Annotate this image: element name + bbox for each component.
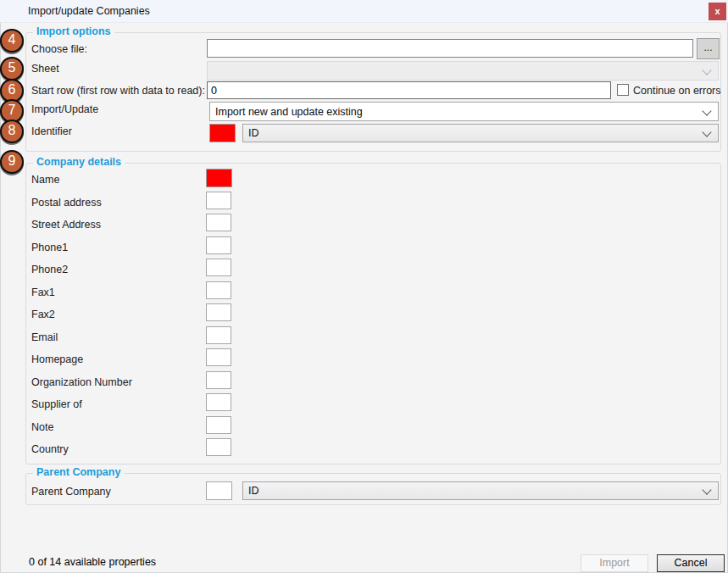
identifier-combobox[interactable]: ID bbox=[242, 124, 719, 142]
field-mapping-box-fax2[interactable] bbox=[206, 303, 231, 321]
group-company-details: Company details NamePostal addressStreet… bbox=[25, 163, 721, 465]
field-mapping-box-note[interactable] bbox=[206, 416, 231, 434]
field-mapping-box-name[interactable] bbox=[206, 169, 232, 187]
field-label-note: Note bbox=[31, 421, 53, 433]
field-mapping-box-organization-number[interactable] bbox=[206, 371, 231, 389]
field-label-name: Name bbox=[31, 174, 59, 186]
chevron-down-icon bbox=[702, 127, 711, 136]
import-update-companies-dialog: Import/update Companies x Import options… bbox=[0, 0, 728, 573]
choose-file-input[interactable] bbox=[207, 39, 693, 58]
field-label-fax1: Fax1 bbox=[31, 286, 55, 298]
field-label-postal-address: Postal address bbox=[31, 197, 102, 209]
parent-company-label: Parent Company bbox=[31, 486, 111, 498]
field-mapping-box-email[interactable] bbox=[206, 326, 231, 344]
parent-company-mapping-box[interactable] bbox=[206, 481, 232, 500]
identifier-mapping-box[interactable] bbox=[209, 124, 236, 142]
chevron-down-icon bbox=[702, 485, 711, 494]
import-update-label: Import/Update bbox=[31, 103, 98, 115]
field-mapping-box-homepage[interactable] bbox=[206, 348, 231, 366]
cancel-button[interactable]: Cancel bbox=[657, 554, 725, 572]
field-label-supplier-of: Supplier of bbox=[31, 398, 82, 410]
field-mapping-box-country[interactable] bbox=[206, 438, 231, 456]
identifier-label: Identifier bbox=[31, 125, 72, 137]
field-mapping-box-phone2[interactable] bbox=[206, 259, 231, 276]
import-update-combobox[interactable]: Import new and update existing bbox=[209, 102, 719, 121]
field-label-homepage: Homepage bbox=[31, 353, 83, 365]
start-row-label: Start row (first row with data to read): bbox=[31, 85, 205, 97]
step-badge-5: 5 bbox=[0, 57, 24, 81]
window-title: Import/update Companies bbox=[28, 5, 150, 17]
step-badge-9: 9 bbox=[0, 150, 24, 174]
group-parent-company: Parent Company Parent Company ID bbox=[25, 473, 721, 505]
field-label-phone1: Phone1 bbox=[31, 242, 68, 253]
field-label-phone2: Phone2 bbox=[31, 264, 68, 275]
field-label-fax2: Fax2 bbox=[31, 309, 55, 320]
sheet-combobox bbox=[207, 61, 719, 81]
field-mapping-box-street-address[interactable] bbox=[206, 214, 231, 231]
group-company-details-title: Company details bbox=[33, 156, 125, 168]
step-badge-8: 8 bbox=[0, 120, 24, 143]
browse-button[interactable]: ... bbox=[697, 38, 720, 59]
continue-on-errors-checkbox[interactable] bbox=[617, 84, 629, 96]
status-text: 0 of 14 available properties bbox=[29, 556, 156, 568]
chevron-down-icon bbox=[702, 106, 711, 115]
parent-company-combobox[interactable]: ID bbox=[242, 481, 719, 500]
continue-on-errors-label: Continue on errors bbox=[633, 85, 721, 97]
choose-file-label: Choose file: bbox=[31, 43, 87, 55]
title-bar: Import/update Companies x bbox=[0, 0, 728, 23]
group-import-options: Import options Choose file: ... Sheet St… bbox=[25, 32, 721, 152]
field-mapping-box-fax1[interactable] bbox=[206, 281, 231, 299]
group-import-options-title: Import options bbox=[33, 25, 114, 37]
close-button[interactable]: x bbox=[709, 3, 726, 20]
field-mapping-box-postal-address[interactable] bbox=[206, 192, 231, 209]
chevron-down-icon bbox=[702, 65, 711, 75]
field-label-street-address: Street Address bbox=[31, 219, 101, 231]
group-parent-company-title: Parent Company bbox=[33, 466, 124, 478]
sheet-label: Sheet bbox=[31, 63, 59, 75]
start-row-input[interactable] bbox=[207, 81, 611, 99]
field-label-organization-number: Organization Number bbox=[31, 376, 132, 388]
import-button[interactable]: Import bbox=[581, 554, 648, 572]
field-mapping-box-phone1[interactable] bbox=[206, 236, 231, 254]
field-label-email: Email bbox=[31, 331, 58, 343]
field-label-country: Country bbox=[31, 443, 69, 455]
close-icon: x bbox=[714, 6, 720, 16]
field-mapping-box-supplier-of[interactable] bbox=[206, 393, 231, 411]
step-badge-4: 4 bbox=[0, 29, 24, 53]
